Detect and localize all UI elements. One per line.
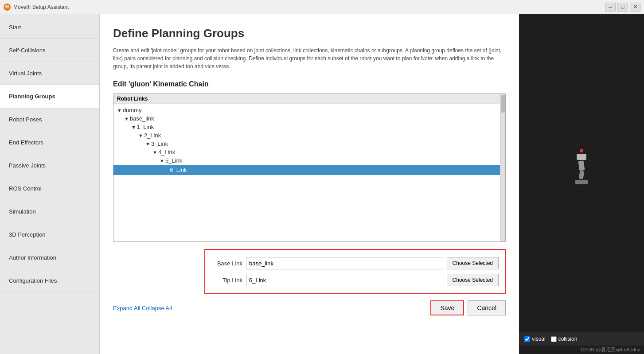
save-button[interactable]: Save <box>430 300 464 315</box>
tree-item-3_Link[interactable]: ▼3_Link <box>113 140 505 148</box>
visual-label: visual <box>532 336 546 342</box>
window: M MoveIt! Setup Assistant ─ □ ✕ StartSel… <box>0 0 644 354</box>
watermark: CSDN @夏毛豆xiAmAodou <box>519 346 644 354</box>
visual-checkbox[interactable] <box>524 336 530 342</box>
form-area: Base Link Choose Selected Tip Link Choos… <box>204 249 506 294</box>
choose-selected-base-button[interactable]: Choose Selected <box>447 257 499 269</box>
page-title: Define Planning Groups <box>113 27 506 40</box>
content-area: Define Planning Groups Create and edit '… <box>100 14 519 354</box>
tip-link-label: Tip Link <box>211 277 242 284</box>
tree-item-6_Link[interactable]: 6_Link <box>113 165 505 175</box>
visual-checkbox-item: visual <box>524 336 546 342</box>
tree-item-1_Link[interactable]: ▼1_Link <box>113 123 505 131</box>
sidebar-item-author-information[interactable]: Author Information <box>0 246 99 269</box>
title-bar-left: M MoveIt! Setup Assistant <box>4 4 69 11</box>
robot-dot <box>580 149 583 152</box>
tree-item-5_Link[interactable]: ▼5_Link <box>113 156 505 165</box>
sidebar-item-start[interactable]: Start <box>0 16 99 39</box>
section-title: Edit 'gluon' Kinematic Chain <box>113 80 506 88</box>
app-icon: M <box>4 4 11 11</box>
choose-selected-tip-button[interactable]: Choose Selected <box>447 274 499 286</box>
tree-item-4_Link[interactable]: ▼4_Link <box>113 148 505 156</box>
tree-item-2_Link[interactable]: ▼2_Link <box>113 131 505 140</box>
scrollbar-thumb <box>501 95 505 113</box>
tree-panel[interactable]: Robot Links ▼dummy▼base_link▼1_Link▼2_Li… <box>113 93 506 242</box>
sidebar-item-3d-perception[interactable]: 3D Perception <box>0 223 99 246</box>
robot-model <box>575 149 588 184</box>
expand-collapse-links: Expand All Collapse All <box>113 305 172 311</box>
collapse-all-link[interactable]: Collapse All <box>142 305 172 311</box>
tree-item-base_link[interactable]: ▼base_link <box>113 114 505 123</box>
robot-upper-arm <box>578 160 585 171</box>
base-link-row: Base Link Choose Selected <box>211 257 499 269</box>
title-bar: M MoveIt! Setup Assistant ─ □ ✕ <box>0 0 644 14</box>
tree-item-dummy[interactable]: ▼dummy <box>113 106 505 114</box>
sidebar: StartSelf-CollisionsVirtual JointsPlanni… <box>0 14 100 354</box>
robot-lower-arm <box>579 171 585 179</box>
robot-base <box>575 180 588 184</box>
bottom-bar: Expand All Collapse All Save Cancel <box>113 300 506 315</box>
window-title: MoveIt! Setup Assistant <box>13 4 69 10</box>
tree-body: ▼dummy▼base_link▼1_Link▼2_Link▼3_Link▼4_… <box>113 104 505 177</box>
page-description: Create and edit 'joint model' groups for… <box>113 47 506 70</box>
sidebar-item-virtual-joints[interactable]: Virtual Joints <box>0 62 99 85</box>
sidebar-item-passive-joints[interactable]: Passive Joints <box>0 154 99 177</box>
sidebar-item-ros-control[interactable]: ROS Control <box>0 177 99 200</box>
cancel-button[interactable]: Cancel <box>468 300 506 315</box>
action-buttons: Save Cancel <box>430 300 506 315</box>
viewport <box>519 14 644 332</box>
minimize-button[interactable]: ─ <box>605 3 616 12</box>
tip-link-input[interactable] <box>246 274 443 286</box>
tree-scrollbar[interactable] <box>500 94 505 241</box>
sidebar-item-robot-poses[interactable]: Robot Poses <box>0 108 99 131</box>
collision-label: collision <box>558 336 578 342</box>
viewport-controls: visual collision <box>519 332 644 346</box>
maximize-button[interactable]: □ <box>617 3 628 12</box>
base-link-label: Base Link <box>211 260 242 267</box>
robot-head <box>577 154 586 160</box>
sidebar-item-self-collisions[interactable]: Self-Collisions <box>0 39 99 62</box>
expand-all-link[interactable]: Expand All <box>113 305 140 311</box>
tree-header: Robot Links <box>113 94 505 104</box>
tip-link-row: Tip Link Choose Selected <box>211 274 499 286</box>
collision-checkbox-item: collision <box>551 336 578 342</box>
title-bar-buttons: ─ □ ✕ <box>605 3 640 12</box>
sidebar-item-configuration-files[interactable]: Configuration Files <box>0 269 99 292</box>
right-panel: visual collision CSDN @夏毛豆xiAmAodou <box>519 14 644 354</box>
sidebar-item-end-effectors[interactable]: End Effectors <box>0 131 99 154</box>
collision-checkbox[interactable] <box>551 336 557 342</box>
sidebar-item-simulation[interactable]: Simulation <box>0 200 99 223</box>
close-button[interactable]: ✕ <box>630 3 640 12</box>
main-content: StartSelf-CollisionsVirtual JointsPlanni… <box>0 14 644 354</box>
base-link-input[interactable] <box>246 257 443 269</box>
sidebar-item-planning-groups[interactable]: Planning Groups <box>0 85 99 108</box>
